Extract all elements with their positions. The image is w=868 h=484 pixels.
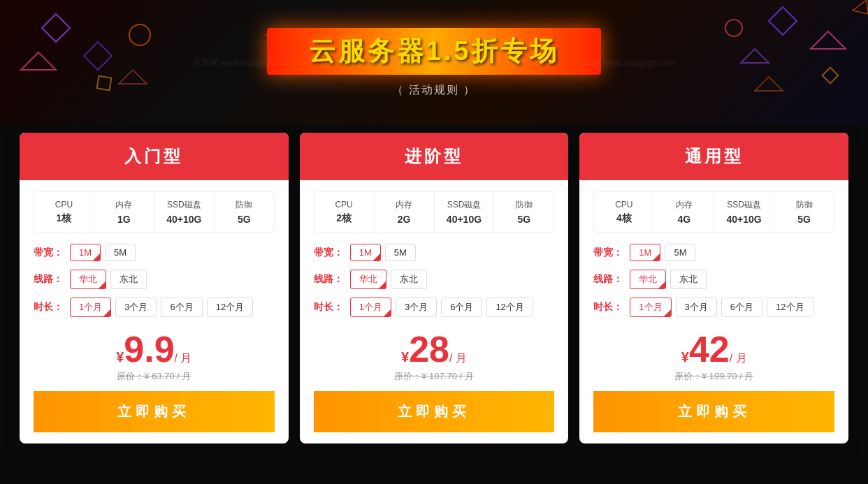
- card-header-advanced: 进阶型: [300, 133, 569, 180]
- duration-label: 时长：: [314, 301, 343, 314]
- bandwidth-label: 带宽：: [34, 247, 63, 259]
- duration-row: 时长：1个月3个月6个月12个月: [314, 298, 555, 317]
- bandwidth-option-5M[interactable]: 5M: [665, 244, 695, 261]
- spec-value: 5G: [217, 214, 271, 225]
- subtitle[interactable]: （ 活动规则 ）: [392, 83, 477, 98]
- spec-value: 40+10G: [157, 214, 211, 225]
- line-row: 线路：华北东北: [314, 270, 555, 289]
- price-area: ¥9.9/ 月 原价：¥ 63.70 / 月: [34, 331, 275, 383]
- card-entry: 入门型CPU1核内存1GSSD磁盘40+10G防御5G带宽：1M5M线路：华北东…: [20, 133, 289, 443]
- price-number: 9.9: [124, 329, 174, 369]
- bandwidth-label: 带宽：: [593, 247, 623, 259]
- line-option-华北[interactable]: 华北: [70, 270, 106, 289]
- buy-button-entry[interactable]: 立即购买: [34, 391, 275, 432]
- svg-marker-8: [741, 49, 769, 63]
- spec-value: 1G: [97, 214, 151, 225]
- specs-row: CPU1核内存1GSSD磁盘40+10G防御5G: [34, 191, 275, 233]
- spec-label: 内存: [377, 199, 431, 211]
- spec-内存: 内存2G: [375, 192, 435, 232]
- cards-container: 入门型CPU1核内存1GSSD磁盘40+10G防御5G带宽：1M5M线路：华北东…: [0, 133, 868, 443]
- price-unit: / 月: [730, 352, 747, 364]
- line-option-东北[interactable]: 东北: [110, 270, 147, 289]
- bandwidth-option-5M[interactable]: 5M: [105, 244, 136, 261]
- price-currency: ¥: [401, 349, 409, 365]
- spec-value: 4核: [597, 212, 651, 225]
- line-option-东北[interactable]: 东北: [391, 270, 427, 289]
- spec-label: CPU: [317, 200, 371, 210]
- svg-marker-6: [769, 7, 797, 35]
- price-display: ¥42/ 月: [593, 331, 834, 367]
- spec-防御: 防御5G: [215, 192, 274, 232]
- spec-value: 5G: [497, 214, 551, 225]
- line-option-华北[interactable]: 华北: [350, 270, 386, 289]
- banner: 云服务器1.5折专场 （ 活动规则 ） 共享网 www.xiaogegh.com…: [0, 0, 868, 126]
- spec-value: 40+10G: [437, 214, 491, 225]
- duration-option-6个月[interactable]: 6个月: [441, 298, 482, 317]
- card-body-general: CPU4核内存4GSSD磁盘40+10G防御5G带宽：1M5M线路：华北东北时长…: [579, 180, 848, 443]
- svg-marker-3: [119, 70, 147, 84]
- duration-option-3个月[interactable]: 3个月: [676, 298, 717, 317]
- main-title: 云服务器1.5折专场: [309, 34, 560, 69]
- spec-label: 防御: [497, 199, 551, 211]
- price-currency: ¥: [116, 349, 124, 365]
- spec-label: SSD磁盘: [157, 199, 211, 211]
- duration-option-3个月[interactable]: 3个月: [396, 298, 437, 317]
- duration-option-3个月[interactable]: 3个月: [115, 298, 157, 317]
- spec-防御: 防御5G: [494, 192, 554, 232]
- spec-label: 防御: [217, 199, 271, 211]
- duration-option-6个月[interactable]: 6个月: [721, 298, 762, 317]
- price-currency: ¥: [681, 349, 689, 365]
- price-number: 28: [409, 329, 449, 369]
- buy-button-advanced[interactable]: 立即购买: [314, 391, 555, 432]
- svg-point-4: [129, 24, 150, 45]
- duration-option-1个月[interactable]: 1个月: [70, 298, 111, 317]
- bandwidth-option-1M[interactable]: 1M: [70, 244, 101, 261]
- spec-label: 内存: [657, 199, 711, 211]
- spec-label: CPU: [37, 200, 91, 210]
- spec-SSD磁盘: SSD磁盘40+10G: [154, 192, 215, 232]
- duration-option-12个月[interactable]: 12个月: [486, 298, 533, 317]
- line-label: 线路：: [34, 273, 63, 286]
- original-price: 原价：¥ 107.70 / 月: [314, 370, 555, 383]
- line-label: 线路：: [593, 273, 623, 286]
- spec-内存: 内存1G: [94, 192, 154, 232]
- duration-option-12个月[interactable]: 12个月: [207, 298, 253, 317]
- card-header-entry: 入门型: [20, 133, 289, 180]
- spec-防御: 防御5G: [774, 192, 834, 232]
- duration-row: 时长：1个月3个月6个月12个月: [593, 298, 834, 317]
- bandwidth-option-1M[interactable]: 1M: [350, 244, 381, 261]
- line-row: 线路：华北东北: [34, 270, 275, 289]
- duration-option-1个月[interactable]: 1个月: [630, 298, 671, 317]
- bandwidth-option-5M[interactable]: 5M: [385, 244, 416, 261]
- line-label: 线路：: [314, 273, 343, 286]
- duration-label: 时长：: [593, 301, 623, 314]
- spec-label: SSD磁盘: [437, 199, 491, 211]
- svg-marker-12: [853, 0, 868, 14]
- duration-option-6个月[interactable]: 6个月: [161, 298, 202, 317]
- spec-value: 5G: [777, 214, 831, 225]
- svg-marker-2: [21, 52, 56, 70]
- spec-SSD磁盘: SSD磁盘40+10G: [714, 192, 774, 232]
- svg-marker-0: [42, 14, 70, 42]
- svg-rect-5: [97, 76, 112, 91]
- svg-marker-11: [755, 77, 783, 91]
- line-option-东北[interactable]: 东北: [670, 270, 707, 289]
- duration-label: 时长：: [34, 301, 63, 314]
- spec-CPU: CPU2核: [314, 193, 375, 232]
- duration-option-12个月[interactable]: 12个月: [767, 298, 813, 317]
- buy-button-general[interactable]: 立即购买: [593, 391, 834, 432]
- title-banner: 云服务器1.5折专场: [267, 28, 602, 75]
- svg-marker-7: [811, 31, 846, 49]
- line-option-华北[interactable]: 华北: [630, 270, 666, 289]
- bandwidth-option-1M[interactable]: 1M: [630, 244, 660, 261]
- duration-option-1个月[interactable]: 1个月: [350, 298, 391, 317]
- spec-value: 1核: [37, 212, 91, 225]
- spec-label: 内存: [97, 199, 151, 211]
- spec-CPU: CPU4核: [594, 193, 654, 232]
- spec-SSD磁盘: SSD磁盘40+10G: [435, 192, 495, 232]
- price-unit: / 月: [449, 352, 467, 364]
- card-general: 通用型CPU4核内存4GSSD磁盘40+10G防御5G带宽：1M5M线路：华北东…: [579, 133, 848, 443]
- spec-CPU: CPU1核: [34, 193, 94, 232]
- svg-rect-10: [823, 68, 839, 84]
- spec-value: 2核: [317, 212, 371, 225]
